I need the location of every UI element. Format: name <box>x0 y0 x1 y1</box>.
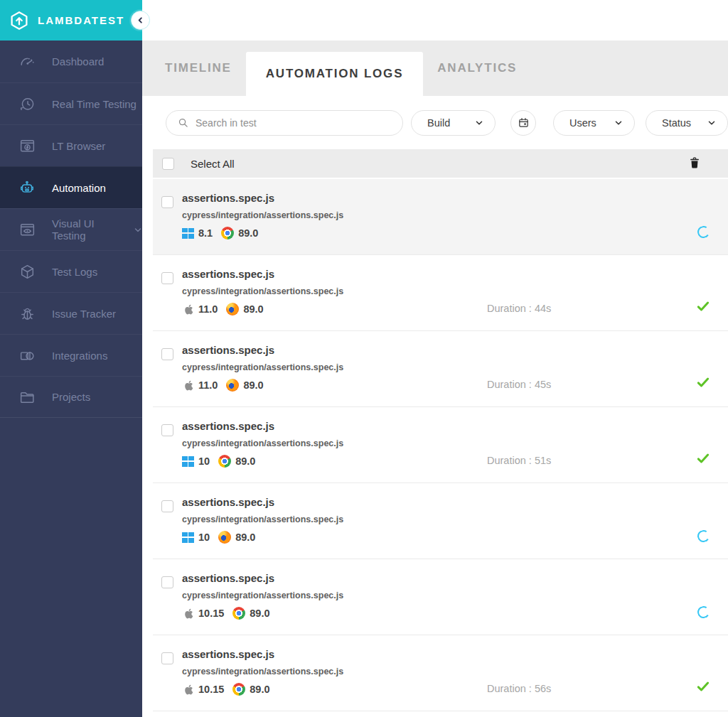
row-checkbox[interactable] <box>161 348 173 360</box>
brand-header: LAMBDATEST <box>0 0 142 41</box>
test-row[interactable]: assertions.spec.js cypress/integration/a… <box>153 179 728 255</box>
search-input[interactable] <box>196 117 387 129</box>
test-path: cypress/integration/assertions.spec.js <box>182 514 343 524</box>
browser-version: 89.0 <box>235 455 255 467</box>
sidebar-item-real-time-testing[interactable]: Real Time Testing <box>0 82 142 124</box>
row-checkbox[interactable] <box>161 652 173 664</box>
browser-version: 89.0 <box>243 379 263 391</box>
sidebar-item-label: Visual UI Testing <box>52 217 125 242</box>
status-dropdown-label: Status <box>662 117 691 129</box>
passed-check-icon <box>696 451 710 468</box>
test-environment: 10.15 89.0 <box>182 604 270 622</box>
tab-automation-logs[interactable]: AUTOMATION LOGS <box>246 52 424 96</box>
test-row[interactable]: assertions.spec.js cypress/integration/a… <box>153 559 728 635</box>
build-dropdown[interactable]: Build <box>411 110 496 136</box>
filter-bar: Build Users Status <box>142 96 728 149</box>
tab-analytics[interactable]: ANALYTICS <box>423 41 531 96</box>
test-row[interactable]: assertions.spec.js cypress/integration/a… <box>153 635 728 711</box>
passed-check-icon <box>696 679 710 696</box>
sidebar-nav: Dashboard Real Time Testing LT Browser <box>0 41 142 418</box>
apple-icon <box>182 379 194 392</box>
row-checkbox[interactable] <box>161 196 173 208</box>
row-checkbox[interactable] <box>161 576 173 588</box>
test-row[interactable]: assertions.spec.js cypress/integration/a… <box>153 331 728 407</box>
row-checkbox[interactable] <box>161 424 173 436</box>
sidebar-item-label: LT Browser <box>52 140 105 152</box>
search-icon <box>178 117 188 128</box>
robot-icon <box>18 179 36 197</box>
delete-button[interactable] <box>687 156 703 171</box>
test-title: assertions.spec.js <box>182 648 274 660</box>
os-version: 10.15 <box>198 684 224 695</box>
test-title: assertions.spec.js <box>182 572 274 584</box>
sidebar-collapse-button[interactable] <box>131 11 150 30</box>
status-indicator <box>695 527 712 544</box>
test-row[interactable]: assertions.spec.js cypress/integration/a… <box>153 407 728 483</box>
browser-version: 89.0 <box>243 303 263 315</box>
duration-label: Duration : 45s <box>487 379 551 390</box>
running-spinner-icon <box>696 529 710 543</box>
test-path: cypress/integration/assertions.spec.js <box>182 667 343 676</box>
firefox-icon <box>226 303 239 316</box>
realtime-clock-icon <box>18 95 36 113</box>
running-spinner-icon <box>696 225 710 239</box>
os-version: 11.0 <box>198 303 218 315</box>
test-path: cypress/integration/assertions.spec.js <box>182 438 343 448</box>
sidebar-item-label: Real Time Testing <box>52 98 136 110</box>
sidebar-item-test-logs[interactable]: Test Logs <box>0 250 142 292</box>
sidebar-item-projects[interactable]: Projects <box>0 376 142 418</box>
browser-version: 89.0 <box>238 227 258 239</box>
os-version: 11.0 <box>198 379 218 391</box>
windows-icon <box>182 228 194 239</box>
top-header-bar <box>142 0 728 41</box>
chrome-icon <box>218 455 231 468</box>
browser-version: 89.0 <box>235 532 255 543</box>
sidebar-item-integrations[interactable]: Integrations <box>0 334 142 376</box>
duration-label: Duration : 44s <box>487 303 551 314</box>
sidebar-item-dashboard[interactable]: Dashboard <box>0 41 142 82</box>
users-dropdown-label: Users <box>569 117 596 129</box>
status-indicator <box>695 299 712 316</box>
select-all-checkbox[interactable] <box>162 158 174 170</box>
date-filter-button[interactable] <box>510 110 536 136</box>
chrome-icon <box>232 683 245 696</box>
test-title: assertions.spec.js <box>182 496 274 508</box>
test-row[interactable]: assertions.spec.js cypress/integration/a… <box>153 255 728 331</box>
sidebar-item-label: Integrations <box>52 350 107 362</box>
browser-version: 89.0 <box>250 684 269 695</box>
os-version: 8.1 <box>198 227 213 239</box>
sidebar-item-visual-ui-testing[interactable]: Visual UI Testing <box>0 208 142 250</box>
sidebar-item-automation[interactable]: Automation <box>0 166 142 208</box>
passed-check-icon <box>696 375 710 392</box>
chevron-down-icon <box>614 119 623 127</box>
row-checkbox[interactable] <box>161 500 173 512</box>
duration-label: Duration : 51s <box>487 455 551 466</box>
test-row[interactable]: assertions.spec.js cypress/integration/a… <box>153 483 728 559</box>
apple-icon <box>182 684 194 696</box>
test-title: assertions.spec.js <box>182 420 274 432</box>
sidebar-item-lt-browser[interactable]: LT Browser <box>0 124 142 166</box>
sidebar-item-label: Issue Tracker <box>52 308 116 320</box>
search-box[interactable] <box>166 110 403 136</box>
status-indicator <box>695 603 712 620</box>
sidebar-item-issue-tracker[interactable]: Issue Tracker <box>0 292 142 334</box>
users-dropdown[interactable]: Users <box>553 110 635 136</box>
integrations-icon <box>18 347 36 365</box>
chrome-icon <box>221 227 234 239</box>
status-indicator <box>695 223 712 240</box>
select-all-bar: Select All <box>153 149 728 178</box>
sidebar: LAMBDATEST Dashboard Real Time Testing <box>0 0 142 717</box>
chevron-left-icon <box>136 16 144 24</box>
folder-icon <box>18 388 36 406</box>
firefox-icon <box>218 531 231 544</box>
os-version: 10 <box>198 532 210 543</box>
windows-icon <box>182 532 194 543</box>
test-environment: 10 89.0 <box>182 452 255 470</box>
bug-icon <box>18 305 36 323</box>
select-all-label: Select All <box>191 158 235 170</box>
row-checkbox[interactable] <box>161 272 173 284</box>
test-path: cypress/integration/assertions.spec.js <box>182 286 343 296</box>
status-dropdown[interactable]: Status <box>646 110 728 136</box>
tab-timeline[interactable]: TIMELINE <box>151 41 246 96</box>
test-title: assertions.spec.js <box>182 344 274 356</box>
